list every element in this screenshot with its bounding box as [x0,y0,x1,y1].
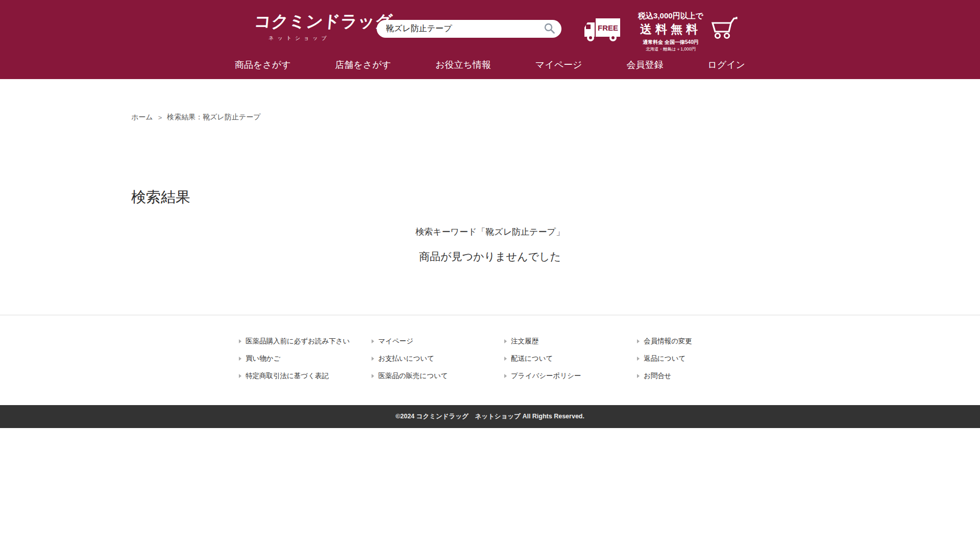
cart-button[interactable] [710,16,739,41]
footer-link-drug-sales[interactable]: 医薬品の販売について [372,372,504,380]
footer-link-payment[interactable]: お支払いについて [372,355,504,362]
breadcrumb-separator: > [158,114,162,121]
site-logo-title: コクミンドラッグ [253,10,342,33]
chevron-right-icon [504,339,507,343]
chevron-right-icon [637,357,640,361]
chevron-right-icon [637,339,640,343]
search-button[interactable] [544,22,555,36]
svg-text:FREE: FREE [598,23,618,32]
search-icon [544,22,555,36]
footer-link-delivery[interactable]: 配送について [504,355,637,362]
chevron-right-icon [239,374,241,378]
chevron-right-icon [372,357,374,361]
footer-column-2: マイページ お支払いについて 医薬品の販売について [372,338,504,390]
footer-link-commerce-law[interactable]: 特定商取引法に基づく表記 [239,372,372,380]
breadcrumb: ホーム > 検索結果：靴ズレ防止テープ [0,79,980,122]
search-keyword-text: 検索キーワード「靴ズレ防止テープ」 [0,226,980,238]
copyright-text: ©2024 コクミンドラッグ ネットショップ All Rights Reserv… [396,413,584,420]
nav-item-login[interactable]: ログイン [707,59,745,71]
footer-link-my-page[interactable]: マイページ [372,338,504,345]
no-results-message: 商品が見つかりませんでした [0,249,980,264]
main-content: 検索結果 検索キーワード「靴ズレ防止テープ」 商品が見つかりませんでした [0,122,980,264]
footer: 医薬品購入前に必ずお読み下さい 買い物かご 特定商取引法に基づく表記 マイページ… [0,315,980,405]
footer-link-member-info[interactable]: 会員情報の変更 [637,338,692,345]
chevron-right-icon [637,374,640,378]
breadcrumb-home-link[interactable]: ホーム [131,113,153,122]
nav-item-find-stores[interactable]: 店舗をさがす [335,59,391,71]
footer-column-1: 医薬品購入前に必ずお読み下さい 買い物かご 特定商取引法に基づく表記 [239,338,372,390]
site-logo[interactable]: コクミンドラッグ ネットショップ [254,10,341,42]
chevron-right-icon [239,357,241,361]
site-header: コクミンドラッグ ネットショップ FREE 税込3 [0,0,980,79]
footer-link-privacy-policy[interactable]: プライバシーポリシー [504,372,637,380]
nav-item-useful-info[interactable]: お役立ち情報 [435,59,491,71]
main-nav: 商品をさがす 店舗をさがす お役立ち情報 マイページ 会員登録 ログイン [235,59,745,71]
search-box [377,20,561,38]
footer-link-shopping-cart[interactable]: 買い物かご [239,355,372,362]
nav-item-register[interactable]: 会員登録 [626,59,663,71]
page-title: 検索結果 [0,122,980,208]
chevron-right-icon [504,357,507,361]
footer-link-contact[interactable]: お問合せ [637,372,692,380]
chevron-right-icon [239,339,241,343]
breadcrumb-current: 検索結果：靴ズレ防止テープ [167,113,260,122]
nav-item-my-page[interactable]: マイページ [535,59,582,71]
footer-column-4: 会員情報の変更 返品について お問合せ [637,338,692,390]
footer-column-3: 注文履歴 配送について プライバシーポリシー [504,338,637,390]
cart-icon [710,34,739,41]
search-input[interactable] [386,24,544,34]
truck-icon: FREE [583,17,621,44]
shipping-remote-fee-text: 北海道・離島は＋1,000円 [625,46,716,53]
site-logo-subtitle: ネットショップ [254,35,341,42]
free-shipping-text: 送料無料 [625,21,716,37]
chevron-right-icon [372,339,374,343]
shipping-threshold-text: 税込3,000円以上で [625,11,716,21]
copyright-bar: ©2024 コクミンドラッグ ネットショップ All Rights Reserv… [0,405,980,428]
footer-link-drug-notice[interactable]: 医薬品購入前に必ずお読み下さい [239,338,372,345]
free-shipping-banner: FREE 税込3,000円以上で 送料無料 通常料金 全国一律540円 北海道・… [583,11,716,53]
footer-link-returns[interactable]: 返品について [637,355,692,362]
nav-item-search-products[interactable]: 商品をさがす [235,59,291,71]
chevron-right-icon [504,374,507,378]
chevron-right-icon [372,374,374,378]
shipping-normal-fee-text: 通常料金 全国一律540円 [625,39,716,46]
footer-link-order-history[interactable]: 注文履歴 [504,338,637,345]
